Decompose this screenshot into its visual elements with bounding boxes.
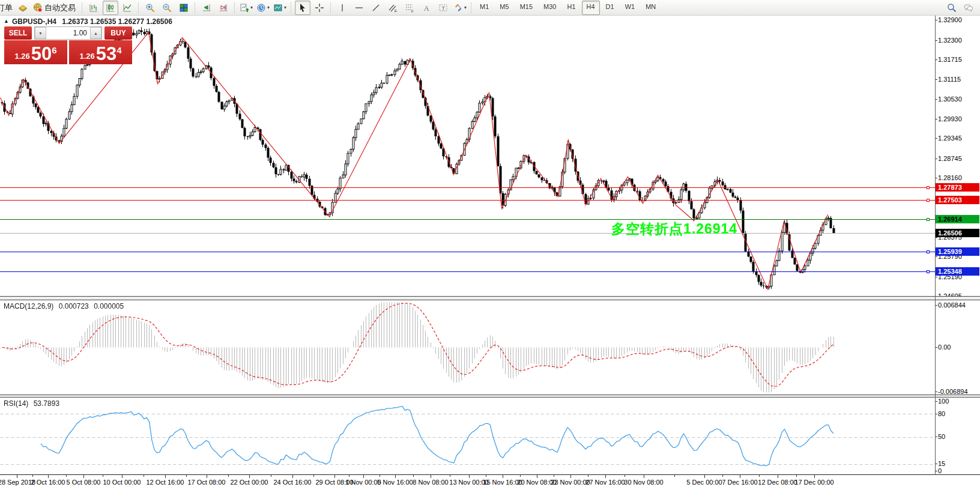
y-axis-tick-label: 1.32300: [938, 37, 962, 44]
current-price-line: [0, 233, 935, 234]
text-label-button[interactable]: T: [435, 1, 451, 15]
separator: [330, 2, 331, 13]
volume-value[interactable]: 1.00: [46, 27, 90, 39]
autoscroll-button[interactable]: [199, 1, 214, 15]
y-axis-tick-label: 1.32900: [938, 16, 962, 23]
zoom-out-button[interactable]: [159, 1, 175, 15]
text-button[interactable]: A: [419, 1, 434, 15]
sell-price-box[interactable]: 1.26 50 6: [4, 40, 67, 64]
sell-button[interactable]: SELL: [4, 26, 32, 40]
y-axis-tick-label: 1.31715: [938, 56, 962, 63]
autotrading-button[interactable]: 自动交易: [32, 1, 79, 15]
line-handle[interactable]: [927, 218, 930, 221]
horizontal-line-button[interactable]: [351, 1, 367, 15]
vertical-line-button[interactable]: [334, 1, 350, 15]
candlestick-chart-button[interactable]: [103, 1, 118, 15]
templates-button[interactable]: ▾: [272, 1, 288, 15]
line-chart-button[interactable]: [119, 1, 135, 15]
new-order-label[interactable]: 订单: [0, 3, 13, 12]
horizontal-level-line-1.27503[interactable]: [0, 200, 935, 201]
rsi-axis-label: 0: [938, 467, 942, 474]
x-axis-tickmark: [778, 475, 778, 478]
deposit-button[interactable]: [15, 1, 31, 15]
cursor-button[interactable]: [295, 1, 310, 15]
line-handle[interactable]: [927, 250, 930, 253]
x-axis-tickmark: [363, 475, 364, 478]
timeframe-m15[interactable]: M15: [515, 1, 537, 15]
timeframe-mn[interactable]: MN: [641, 1, 661, 15]
fibonacci-icon: F: [405, 3, 414, 13]
y-axis-tick-label: 1.30530: [938, 95, 962, 103]
x-axis-label: 17 Dec 00:00: [794, 479, 833, 486]
volume-increase-button[interactable]: ▲: [90, 27, 101, 39]
autotrading-label: 自动交易: [44, 2, 76, 13]
line-handle[interactable]: [927, 186, 930, 189]
x-axis-label: 22 Oct 00:00: [231, 479, 268, 486]
chart-shift-button[interactable]: [216, 1, 231, 15]
line-handle[interactable]: [927, 199, 930, 202]
bar-chart-button[interactable]: [86, 1, 101, 15]
rsi-label: RSI(14): [4, 399, 28, 408]
template-icon: [273, 3, 283, 13]
horizontal-line-icon: [354, 3, 364, 13]
arrows-button[interactable]: ▾: [452, 1, 468, 15]
horizontal-level-line-1.25348[interactable]: [0, 271, 935, 272]
x-axis-minor-tick: [625, 475, 625, 477]
price-chart-canvas[interactable]: [0, 16, 935, 296]
chevron-down-icon: ▾: [464, 5, 467, 10]
macd-canvas[interactable]: [0, 300, 935, 395]
tile-windows-button[interactable]: [176, 1, 192, 15]
chevron-down-icon: ▾: [267, 5, 270, 10]
volume-stepper: ▼ 1.00 ▲: [34, 26, 102, 40]
x-axis-label: 30 Nov 08:00: [624, 479, 663, 486]
fibonacci-button[interactable]: F: [402, 1, 417, 15]
timeframe-d1[interactable]: D1: [601, 1, 619, 15]
x-axis-tickmark: [469, 475, 470, 478]
horizontal-level-line-1.26914[interactable]: [0, 219, 935, 220]
x-axis-minor-tick: [271, 475, 271, 477]
indicators-button[interactable]: ▾: [238, 1, 254, 15]
collapse-icon[interactable]: ▲: [4, 18, 9, 24]
buy-price-box[interactable]: 1.26 53 4: [69, 40, 132, 64]
x-axis-minor-tick: [413, 475, 414, 477]
line-handle[interactable]: [927, 270, 930, 273]
timeframe-h1[interactable]: H1: [562, 1, 580, 15]
x-axis-label: 1 Nov 00:00: [345, 479, 381, 486]
rsi-title: RSI(14) 53.7893: [4, 399, 59, 408]
horizontal-level-line-1.27873[interactable]: [0, 187, 935, 188]
equidistant-channel-button[interactable]: E: [385, 1, 401, 15]
timeframe-w1[interactable]: W1: [620, 1, 640, 15]
indicators-icon: [240, 3, 249, 13]
x-axis-tickmark: [122, 475, 122, 478]
x-axis-label: 5 Nov 16:00: [377, 479, 413, 486]
svg-text:E: E: [395, 9, 397, 13]
buy-button[interactable]: BUY: [104, 26, 132, 40]
price-axis[interactable]: [936, 16, 980, 475]
x-axis-label: 27 Nov 16:00: [585, 479, 625, 486]
chevron-down-icon: ▾: [250, 5, 253, 10]
x-axis-tickmark: [48, 475, 49, 478]
timeframe-m5[interactable]: M5: [495, 1, 513, 15]
x-axis-label: 12 Oct 16:00: [147, 479, 184, 486]
chart-title: GBPUSD-,H4 1.26373 1.26535 1.26277 1.265…: [12, 17, 172, 26]
buy-price-prefix: 1.26: [79, 52, 94, 61]
horizontal-level-line-1.25939[interactable]: [0, 252, 935, 252]
volume-decrease-button[interactable]: ▼: [35, 27, 46, 39]
timeframe-h4[interactable]: H4: [582, 1, 600, 15]
periods-button[interactable]: ▾: [255, 1, 271, 15]
macd-signal-value: 0.000005: [94, 302, 124, 310]
rsi-canvas[interactable]: [0, 398, 935, 474]
pivot-annotation[interactable]: 多空转折点1.26914: [611, 220, 737, 238]
chart-shift-icon: [219, 3, 228, 13]
chat-button[interactable]: [961, 1, 976, 15]
zoom-in-button[interactable]: [142, 1, 158, 15]
text-a-icon: A: [422, 3, 431, 13]
trendline-button[interactable]: [368, 1, 384, 15]
x-axis-label: 5 Dec 00:00: [686, 479, 722, 486]
timeframe-m30[interactable]: M30: [539, 1, 561, 15]
timeframe-m1[interactable]: M1: [475, 1, 494, 15]
sell-price-prefix: 1.26: [14, 52, 29, 61]
crosshair-button[interactable]: [312, 1, 327, 15]
search-button[interactable]: [944, 1, 960, 15]
one-click-trading-panel: SELL ▼ 1.00 ▲ BUY 1.26 50 6 1.26 53 4: [4, 26, 132, 64]
